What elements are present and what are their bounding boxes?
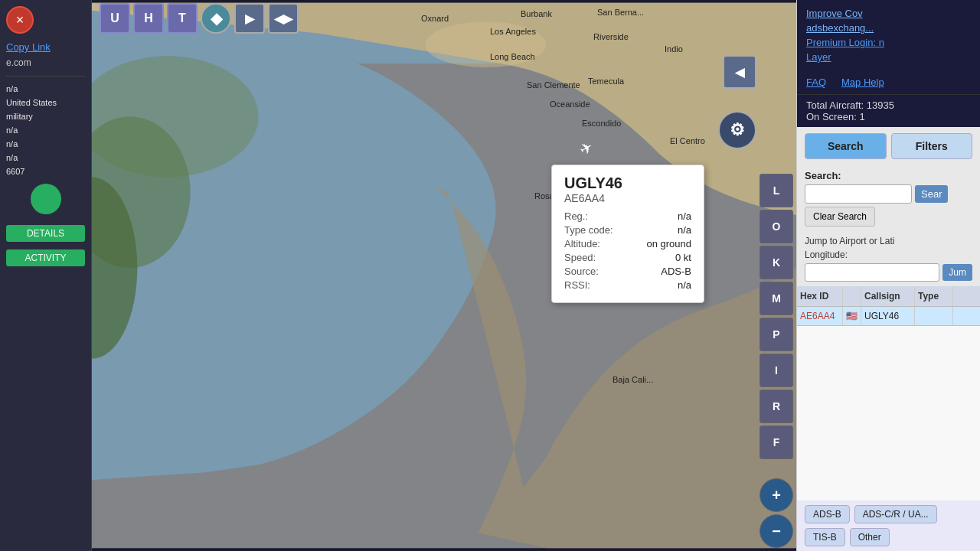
th-flag	[843, 286, 861, 306]
close-icon: ×	[16, 12, 24, 28]
bottom-tags: ADS-B ADS-C/R / UA... TIS-B Other	[797, 500, 980, 551]
details-button[interactable]: DETAILS	[6, 225, 85, 242]
aircraft-popup: UGLY46 AE6AA4 Reg.: n/a Type code: n/a A…	[551, 165, 704, 303]
longitude-label: Longitude:	[805, 249, 972, 260]
popup-hex: AE6AA4	[564, 192, 691, 204]
btn-zoom-in[interactable]: +	[760, 478, 793, 512]
website-text: e.com	[6, 57, 85, 68]
on-screen-value: 1	[859, 111, 864, 122]
th-type: Type	[915, 286, 953, 306]
jump-section: Jump to Airport or Lati Longitude: Jum	[797, 231, 980, 286]
filters-button[interactable]: Filters	[891, 133, 973, 159]
map-container[interactable]: Oxnard Burbank San Berna... Los Angeles …	[92, 0, 796, 551]
popup-speed-label: Speed:	[564, 252, 596, 263]
popup-source-label: Source:	[564, 266, 599, 277]
total-aircraft-row: Total Aircraft: 13935	[806, 99, 971, 111]
table-row[interactable]: AE6AA4 🇺🇸 UGLY46	[797, 307, 980, 326]
svg-point-4	[425, 22, 546, 67]
on-screen-label: On Screen:	[806, 111, 857, 122]
right-panel: Improve Cov adsbexchang... Premium Login…	[796, 0, 980, 551]
btn-i[interactable]: I	[760, 354, 793, 387]
jump-input-row: Jum	[805, 263, 972, 282]
popup-speed-value: 0 kt	[675, 252, 691, 263]
btn-l[interactable]: L	[760, 174, 793, 207]
popup-source-value: ADS-B	[661, 266, 691, 277]
divider	[6, 76, 85, 77]
tag-adsb[interactable]: ADS-B	[805, 505, 850, 523]
total-aircraft-value: 13935	[867, 99, 894, 111]
search-section: Search: Sear Clear Search	[797, 165, 980, 231]
field-na-3: n/a	[6, 139, 85, 148]
jump-label: Jump to Airport or Lati	[805, 236, 972, 246]
jump-button[interactable]: Jum	[942, 264, 972, 281]
btn-nav-back[interactable]: ◀	[723, 55, 756, 89]
tag-other[interactable]: Other	[850, 528, 890, 546]
btn-p[interactable]: P	[760, 318, 793, 351]
clear-search-button[interactable]: Clear Search	[805, 207, 875, 227]
td-type	[915, 307, 953, 325]
td-hexid: AE6AA4	[797, 307, 843, 325]
aircraft-table: Hex ID Callsign Type AE6AA4 🇺🇸 UGLY46	[797, 286, 980, 500]
btn-zoom-out[interactable]: −	[760, 514, 793, 548]
btn-expand[interactable]: ◀▶	[268, 3, 299, 34]
tag-adsc[interactable]: ADS-C/R / UA...	[854, 505, 937, 523]
right-top: Improve Cov adsbexchang... Premium Login…	[797, 0, 980, 70]
right-stats: Total Aircraft: 13935 On Screen: 1	[797, 94, 980, 127]
search-input-row: Sear	[805, 184, 972, 204]
popup-reg-label: Reg.:	[564, 210, 588, 222]
search-button[interactable]: Search	[805, 133, 887, 159]
btn-u[interactable]: U	[100, 3, 130, 34]
close-button[interactable]: ×	[6, 6, 34, 34]
right-controls: Search Filters	[797, 127, 980, 165]
activity-button[interactable]: ACTIVITY	[6, 249, 85, 266]
adsbx-link[interactable]: adsbexchang...	[806, 22, 971, 34]
improve-coverage-link[interactable]: Improve Cov	[806, 8, 971, 19]
btn-f[interactable]: F	[760, 425, 793, 459]
field-na-4: n/a	[6, 153, 85, 162]
popup-callsign: UGLY46	[564, 174, 691, 192]
field-country: United States	[6, 98, 85, 107]
field-na-2: n/a	[6, 126, 85, 135]
tag-tisb[interactable]: TIS-B	[805, 528, 845, 546]
popup-altitude-value: on ground	[646, 238, 691, 249]
btn-r[interactable]: R	[760, 390, 793, 423]
map-controls: L O K M P I R F + −	[756, 0, 796, 551]
jump-input[interactable]	[805, 263, 939, 282]
search-filters-row: Search Filters	[805, 133, 972, 159]
field-na-1: n/a	[6, 84, 85, 93]
btn-settings[interactable]: ⚙	[718, 111, 756, 149]
layer-link[interactable]: Layer	[806, 51, 971, 63]
left-sidebar: × Copy Link e.com n/a United States mili…	[0, 0, 92, 551]
btn-h[interactable]: H	[133, 3, 164, 34]
field-6607: 6607	[6, 167, 85, 176]
td-flag: 🇺🇸	[843, 307, 861, 325]
copy-link[interactable]: Copy Link	[6, 41, 85, 53]
on-screen-row: On Screen: 1	[806, 111, 971, 122]
popup-altitude-label: Altitude:	[564, 238, 600, 249]
btn-k[interactable]: K	[760, 246, 793, 279]
search-input[interactable]	[805, 184, 912, 204]
btn-m[interactable]: M	[760, 282, 793, 315]
total-aircraft-label: Total Aircraft:	[806, 99, 864, 111]
btn-nav-right[interactable]: ▶	[234, 3, 265, 34]
field-military: military	[6, 112, 85, 121]
table-header: Hex ID Callsign Type	[797, 286, 980, 307]
top-nav: U H T ◆ ▶ ◀▶	[100, 3, 299, 34]
search-submit-button[interactable]: Sear	[915, 185, 948, 203]
premium-login-link[interactable]: Premium Login: n	[806, 37, 971, 48]
btn-o[interactable]: O	[760, 210, 793, 243]
faq-maphelp-row: FAQ Map Help	[797, 70, 980, 94]
map-help-link[interactable]: Map Help	[841, 77, 884, 88]
faq-link[interactable]: FAQ	[806, 77, 826, 88]
td-callsign: UGLY46	[861, 307, 915, 325]
th-callsign: Callsign	[861, 286, 915, 306]
popup-type-value: n/a	[678, 224, 691, 236]
th-hexid: Hex ID	[797, 286, 843, 306]
popup-rssi-label: RSSI:	[564, 279, 590, 291]
popup-reg-value: n/a	[678, 210, 691, 222]
btn-layers[interactable]: ◆	[201, 3, 231, 34]
search-label: Search:	[805, 170, 972, 181]
green-circle-icon	[31, 184, 61, 214]
popup-rssi-value: n/a	[678, 279, 691, 291]
btn-t[interactable]: T	[167, 3, 198, 34]
